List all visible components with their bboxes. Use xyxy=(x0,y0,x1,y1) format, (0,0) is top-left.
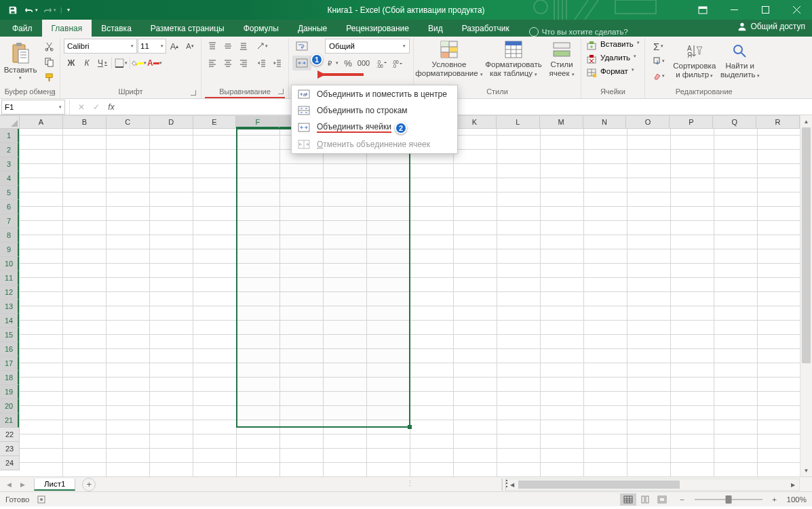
decrease-decimal-button[interactable]: .00.0 xyxy=(390,56,405,70)
column-header[interactable]: E xyxy=(193,116,237,128)
row-header[interactable]: 20 xyxy=(0,399,19,413)
insert-function-button[interactable]: fx xyxy=(104,100,119,115)
find-select-button[interactable]: Найти ивыделить▾ xyxy=(720,39,760,83)
autosum-button[interactable]: Σ▾ xyxy=(649,39,669,54)
column-header[interactable]: N xyxy=(583,116,627,128)
row-header[interactable]: 8 xyxy=(0,228,19,243)
macro-record-icon[interactable] xyxy=(37,495,46,504)
formula-input[interactable] xyxy=(119,100,812,115)
row-header[interactable]: 3 xyxy=(0,157,19,171)
wrap-text-button[interactable] xyxy=(292,39,311,54)
column-header[interactable]: Q xyxy=(713,116,756,128)
column-header[interactable]: B xyxy=(63,116,107,128)
align-center-button[interactable] xyxy=(220,56,235,70)
column-header[interactable]: M xyxy=(540,116,583,128)
sheet-nav-next[interactable]: ▶ xyxy=(16,479,28,491)
row-header[interactable]: 2 xyxy=(0,143,19,157)
row-header[interactable]: 10 xyxy=(0,257,19,271)
italic-button[interactable]: К xyxy=(79,56,94,70)
row-header[interactable]: 9 xyxy=(0,243,19,257)
row-header[interactable]: 23 xyxy=(0,442,19,456)
font-size-combo[interactable]: 11▾ xyxy=(138,39,166,54)
row-header[interactable]: 14 xyxy=(0,314,19,328)
row-header[interactable]: 6 xyxy=(0,200,19,214)
share-button[interactable]: Общий доступ xyxy=(737,22,805,31)
tell-me-search[interactable]: Что вы хотите сделать? xyxy=(529,27,628,37)
column-header[interactable]: L xyxy=(497,116,540,128)
insert-cells-button[interactable]: Вставить▾ xyxy=(585,39,641,52)
page-layout-view-button[interactable] xyxy=(637,493,653,506)
font-dialog-launcher[interactable] xyxy=(189,89,197,97)
paste-button[interactable]: Вставить ▾ xyxy=(3,39,37,85)
tab-page-layout[interactable]: Разметка страницы xyxy=(141,20,234,37)
tab-home[interactable]: Главная xyxy=(42,20,92,37)
row-header[interactable]: 15 xyxy=(0,328,19,342)
align-right-button[interactable] xyxy=(236,56,251,70)
font-color-button[interactable]: A▾ xyxy=(147,56,162,70)
format-cells-button[interactable]: Формат▾ xyxy=(585,66,641,79)
zoom-level[interactable]: 100% xyxy=(787,495,807,504)
row-header[interactable]: 7 xyxy=(0,214,19,228)
column-header[interactable]: P xyxy=(670,116,713,128)
unmerge-cells-item[interactable]: Отменить объединение ячеек xyxy=(292,136,457,152)
row-header[interactable]: 21 xyxy=(0,413,19,428)
fill-button[interactable]: ▾ xyxy=(649,54,669,68)
tab-file[interactable]: Файл xyxy=(3,20,42,37)
close-button[interactable] xyxy=(781,0,812,20)
clipboard-dialog-launcher[interactable] xyxy=(48,89,56,97)
tab-review[interactable]: Рецензирование xyxy=(336,20,419,37)
row-header[interactable]: 13 xyxy=(0,300,19,314)
format-as-table-button[interactable]: Форматироватькак таблицу▾ xyxy=(485,39,542,79)
decrease-font-button[interactable]: A▾ xyxy=(182,39,197,54)
delete-cells-button[interactable]: Удалить▾ xyxy=(585,52,641,66)
maximize-button[interactable] xyxy=(750,0,781,20)
zoom-out-button[interactable]: − xyxy=(677,494,688,505)
new-sheet-button[interactable]: + xyxy=(82,478,96,491)
underline-button[interactable]: Ч▾ xyxy=(95,56,110,70)
merge-across-item[interactable]: Объединить по строкам xyxy=(292,102,457,119)
row-header[interactable]: 19 xyxy=(0,385,19,399)
row-header[interactable]: 11 xyxy=(0,271,19,285)
tab-insert[interactable]: Вставка xyxy=(92,20,141,37)
cut-button[interactable] xyxy=(41,39,56,54)
tab-view[interactable]: Вид xyxy=(419,20,452,37)
column-header[interactable]: F xyxy=(236,116,279,128)
row-header[interactable]: 24 xyxy=(0,456,19,470)
orientation-button[interactable]: ▾ xyxy=(254,39,269,54)
name-box[interactable]: F1▾ xyxy=(1,100,65,115)
zoom-slider[interactable] xyxy=(695,499,762,500)
increase-indent-button[interactable] xyxy=(270,56,285,70)
copy-button[interactable] xyxy=(41,54,56,69)
alignment-dialog-launcher[interactable] xyxy=(277,87,285,96)
page-break-view-button[interactable] xyxy=(654,493,670,506)
cancel-formula-button[interactable]: ✕ xyxy=(74,100,89,115)
row-header[interactable]: 5 xyxy=(0,186,19,200)
row-header[interactable]: 17 xyxy=(0,357,19,371)
accounting-format-button[interactable]: ₽▾ xyxy=(325,56,340,70)
enter-formula-button[interactable]: ✓ xyxy=(89,100,104,115)
tab-developer[interactable]: Разработчик xyxy=(452,20,519,37)
fill-color-button[interactable]: ▾ xyxy=(132,56,147,70)
font-name-combo[interactable]: Calibri▾ xyxy=(64,39,137,54)
cells-area[interactable] xyxy=(20,129,800,476)
borders-button[interactable]: ▾ xyxy=(113,56,128,70)
select-all-button[interactable] xyxy=(0,115,20,129)
row-header[interactable]: 16 xyxy=(0,342,19,357)
number-format-combo[interactable]: Общий▾ xyxy=(325,39,410,54)
format-painter-button[interactable] xyxy=(41,70,56,85)
comma-button[interactable]: 000 xyxy=(356,56,371,70)
cell-styles-button[interactable]: Стилиячеек▾ xyxy=(546,39,577,79)
minimize-button[interactable] xyxy=(718,0,750,20)
column-header[interactable]: O xyxy=(626,116,670,128)
zoom-in-button[interactable]: + xyxy=(769,494,780,505)
conditional-formatting-button[interactable]: Условноеформатирование▾ xyxy=(417,39,481,79)
tab-formulas[interactable]: Формулы xyxy=(234,20,288,37)
align-left-button[interactable] xyxy=(205,56,220,70)
row-header[interactable]: 12 xyxy=(0,285,19,300)
row-header[interactable]: 4 xyxy=(0,171,19,186)
row-header[interactable]: 22 xyxy=(0,428,19,442)
align-top-button[interactable] xyxy=(205,39,220,54)
sheet-nav-prev[interactable]: ◀ xyxy=(3,479,15,491)
row-header[interactable]: 18 xyxy=(0,371,19,385)
increase-decimal-button[interactable]: .0.00 xyxy=(374,56,389,70)
